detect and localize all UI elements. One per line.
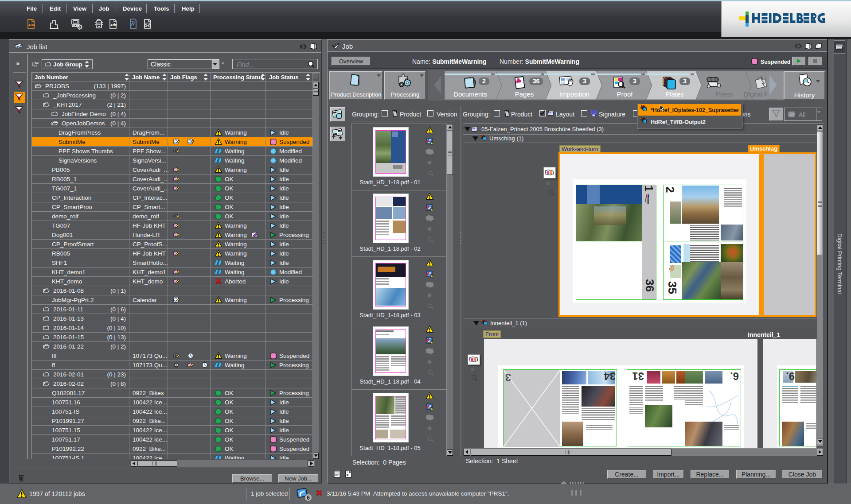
svg-text:ABC: ABC: [28, 23, 35, 27]
